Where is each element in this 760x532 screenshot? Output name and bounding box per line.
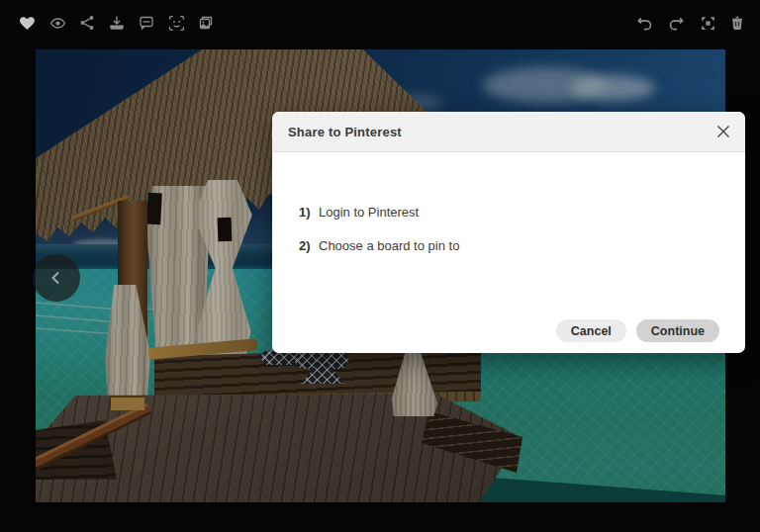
redo-icon[interactable] [667,14,685,32]
step-1: 1)Login to Pinterest [299,205,419,220]
dialog-title: Share to Pinterest [288,125,402,139]
step-number: 1) [299,205,319,220]
preview-icon[interactable] [48,14,66,32]
step-text: Choose a board to pin to [319,238,459,253]
photo-viewer-window: Share to Pinterest 1)Login to Pinterest … [0,0,760,532]
copy-image-icon[interactable] [197,14,215,32]
fit-screen-icon[interactable] [699,14,716,32]
cancel-button[interactable]: Cancel [556,319,626,342]
step-2: 2)Choose a board to pin to [299,238,459,253]
chevron-left-icon [48,270,64,286]
favorite-icon[interactable] [19,14,37,32]
close-icon[interactable] [715,124,731,139]
undo-icon[interactable] [635,14,653,32]
previous-image-button[interactable] [33,254,80,302]
step-text: Login to Pinterest [319,205,419,220]
face-detect-icon[interactable] [167,14,185,32]
share-icon[interactable] [78,14,96,32]
download-icon[interactable] [108,14,126,32]
continue-button[interactable]: Continue [636,319,719,342]
step-number: 2) [299,238,319,253]
dialog-actions: Cancel Continue [556,319,719,342]
share-to-pinterest-dialog: Share to Pinterest 1)Login to Pinterest … [272,112,745,353]
trash-icon[interactable] [728,14,746,32]
comment-icon[interactable] [138,14,155,32]
toolbar [0,0,760,49]
dialog-header: Share to Pinterest [272,112,745,152]
